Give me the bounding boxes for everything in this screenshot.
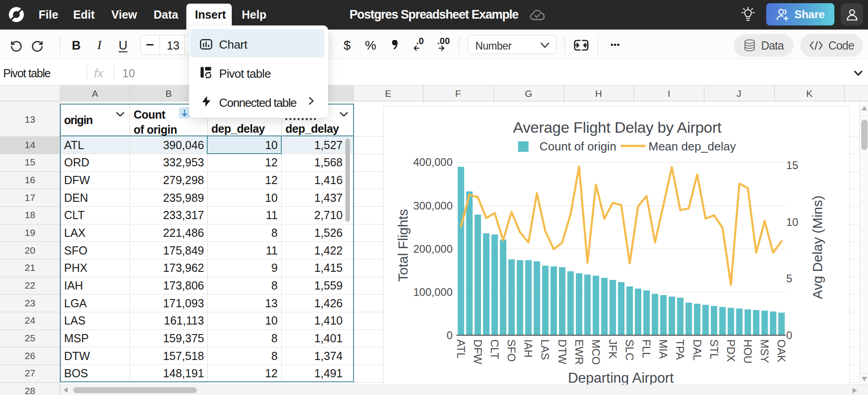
svg-text:CLT: CLT (489, 340, 501, 360)
svg-text:0: 0 (447, 329, 453, 341)
svg-text:5: 5 (786, 272, 792, 285)
svg-text:MIA: MIA (657, 340, 669, 359)
svg-text:MCO: MCO (590, 340, 602, 365)
svg-text:400,000: 400,000 (413, 156, 453, 168)
svg-text:JFK: JFK (607, 340, 619, 359)
svg-text:ATL: ATL (455, 340, 467, 359)
svg-text:.00: .00 (437, 38, 450, 46)
svg-text:DAL: DAL (691, 340, 703, 361)
svg-text:Total Flights: Total Flights (395, 209, 410, 282)
svg-text:DFW: DFW (472, 340, 484, 365)
svg-text:Average Flight Delay by Airpor: Average Flight Delay by Airport (513, 119, 722, 136)
svg-text:Departing Airport: Departing Airport (568, 370, 674, 386)
svg-text:100,000: 100,000 (413, 286, 453, 298)
svg-text:Avg Delay (Mins): Avg Delay (Mins) (810, 195, 825, 299)
svg-text:SLC: SLC (624, 340, 636, 361)
svg-text:SFO: SFO (505, 340, 518, 362)
svg-text:EWR: EWR (573, 340, 585, 365)
svg-text:OAK: OAK (775, 340, 788, 363)
svg-text:DTW: DTW (556, 340, 569, 365)
svg-text:.0: .0 (416, 38, 424, 46)
svg-text:LAS: LAS (539, 340, 551, 360)
svg-text:10: 10 (786, 216, 798, 228)
svg-text:FLL: FLL (640, 340, 653, 358)
svg-text:300,000: 300,000 (413, 200, 453, 212)
svg-text:Mean dep_delay: Mean dep_delay (649, 140, 736, 153)
svg-text:Count of origin: Count of origin (539, 140, 616, 153)
svg-text:PDX: PDX (725, 340, 737, 362)
svg-text:IAH: IAH (522, 340, 534, 358)
svg-text:TPA: TPA (674, 340, 686, 360)
svg-text:15: 15 (786, 159, 798, 171)
svg-text:STL: STL (708, 340, 720, 360)
svg-text:200,000: 200,000 (413, 243, 453, 255)
svg-text:HOU: HOU (742, 340, 754, 364)
svg-text:MSY: MSY (758, 340, 771, 363)
